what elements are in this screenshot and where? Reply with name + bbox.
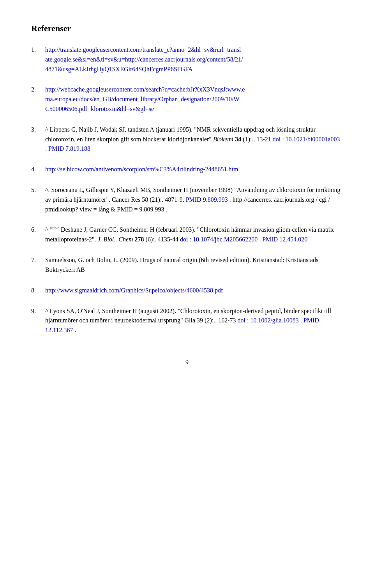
ref-content-1: http://translate.googleusercontent.com/t… [45, 45, 343, 74]
list-item: 6. ^ ett b c Deshane J, Garner CC, Sonth… [31, 225, 343, 245]
ref-content-5: ^. Soroceanu L, Gillespie Y, Khazaeli MB… [45, 185, 343, 214]
list-item: 1. http://translate.googleusercontent.co… [31, 45, 343, 74]
ref2-link[interactable]: http://webcache.googleusercontent.com/se… [45, 86, 245, 112]
list-item: 8. http://www.sigmaaldrich.com/Graphics/… [31, 286, 343, 296]
list-item: 9. ^ Lyons SA, O'Neal J, Sontheimer H (a… [31, 306, 343, 335]
list-item: 7. Samuelsson, G. och Bolin, L. (2009). … [31, 255, 343, 275]
references-list: 1. http://translate.googleusercontent.co… [31, 45, 343, 335]
ref3-caret[interactable]: ^ [45, 126, 48, 133]
ref-content-9: ^ Lyons SA, O'Neal J, Sontheimer H (augu… [45, 306, 343, 335]
ref6-doi[interactable]: doi : 10.1074/jbc.M205662200 [180, 236, 258, 243]
ref-content-3: ^ Lippens G, Najib J, Wodak SJ, tandsten… [45, 125, 343, 154]
ref-number-7: 7. [31, 255, 45, 275]
ref8-link[interactable]: http://www.sigmaaldrich.com/Graphics/Sup… [45, 287, 223, 294]
ref-number-5: 5. [31, 185, 45, 214]
ref3-pmid[interactable]: PMID 7.819.188 [48, 145, 90, 152]
ref-number-1: 1. [31, 45, 45, 74]
ref3-authors: Lippens G, Najib J, Wodak SJ, tandsten A… [45, 126, 340, 152]
page-title: Referenser [31, 23, 343, 33]
ref6-sup: ett b c [50, 226, 59, 230]
ref-number-8: 8. [31, 286, 45, 296]
list-item: 3. ^ Lippens G, Najib J, Wodak SJ, tands… [31, 125, 343, 154]
ref3-doi[interactable]: doi : 10.1021/bi00001a003 [273, 136, 340, 143]
ref5-caret[interactable]: ^ [45, 187, 48, 193]
ref1-link[interactable]: http://translate.googleusercontent.com/t… [45, 46, 243, 72]
page-number: 9 [31, 359, 343, 366]
ref-number-9: 9. [31, 306, 45, 335]
ref9-text: Lyons SA, O'Neal J, Sontheimer H (august… [45, 308, 331, 334]
ref6-caret[interactable]: ^ [45, 227, 48, 233]
ref-number-2: 2. [31, 85, 45, 114]
ref-content-4: http://se.hicow.com/antivenom/scorpion/s… [45, 165, 343, 174]
ref5-text: . Soroceanu L, Gillespie Y, Khazaeli MB,… [45, 187, 340, 213]
ref6-pmid[interactable]: PMID 12.454.020 [262, 236, 307, 243]
ref4-link[interactable]: http://se.hicow.com/antivenom/scorpion/s… [45, 166, 240, 173]
list-item: 2. http://webcache.googleusercontent.com… [31, 85, 343, 114]
ref-content-8: http://www.sigmaaldrich.com/Graphics/Sup… [45, 286, 343, 296]
ref6-sup-b[interactable]: b [55, 226, 56, 230]
ref7-text: Samuelsson, G. och Bolin, L. (2009). Dru… [45, 257, 318, 273]
ref-content-6: ^ ett b c Deshane J, Garner CC, Sontheim… [45, 225, 343, 245]
ref-number-3: 3. [31, 125, 45, 154]
ref-number-6: 6. [31, 225, 45, 245]
ref-content-2: http://webcache.googleusercontent.com/se… [45, 85, 343, 114]
ref-content-7: Samuelsson, G. och Bolin, L. (2009). Dru… [45, 255, 343, 275]
ref6-sup-c[interactable]: c [58, 226, 59, 230]
ref-number-4: 4. [31, 165, 45, 174]
list-item: 4. http://se.hicow.com/antivenom/scorpio… [31, 165, 343, 174]
ref5-pmid[interactable]: PMID 9.809.993 [186, 196, 228, 203]
ref6-text: Deshane J, Garner CC, Sontheimer H (febr… [45, 227, 334, 243]
ref6-sup-ett[interactable]: ett [50, 226, 54, 230]
list-item: 5. ^. Soroceanu L, Gillespie Y, Khazaeli… [31, 185, 343, 214]
ref9-caret[interactable]: ^ [45, 308, 48, 314]
ref9-doi[interactable]: doi : 10.1002/glia.10083 [238, 317, 299, 324]
